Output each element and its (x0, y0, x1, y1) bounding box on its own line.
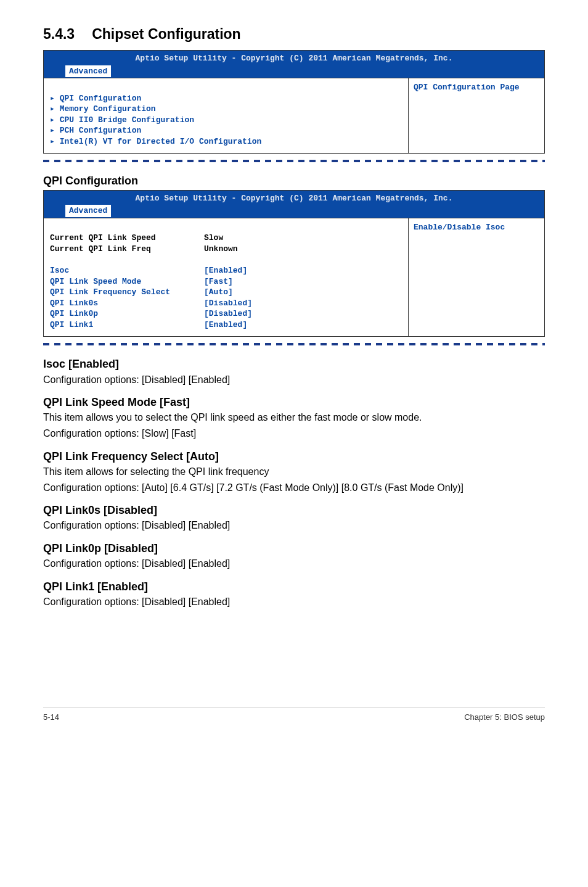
bios-panel-qpi: Aptio Setup Utility - Copyright (C) 2011… (43, 190, 545, 346)
text-freq-desc: This item allows for selecting the QPI l… (43, 465, 545, 479)
heading-link0s: QPI Link0s [Disabled] (43, 503, 545, 518)
menu-pch-configuration[interactable]: PCH Configuration (60, 126, 142, 135)
text-link0p-options: Configuration options: [Disabled] [Enabl… (43, 557, 545, 571)
heading-isoc: Isoc [Enabled] (43, 357, 545, 371)
block-link-freq-select: QPI Link Frequency Select [Auto] This it… (43, 449, 545, 494)
section-title: 5.4.3Chipset Configuration (43, 25, 545, 44)
page-footer: 5-14 Chapter 5: BIOS setup (43, 708, 545, 723)
value-current-freq: Unknown (204, 244, 284, 255)
section-name: Chipset Configuration (92, 26, 240, 42)
value-link1[interactable]: [Enabled] (204, 320, 284, 331)
bios-help-text: QPI Configuration Page (409, 78, 544, 153)
value-link-speed-mode[interactable]: [Fast] (204, 276, 284, 287)
option-link0s[interactable]: QPI Link0s (50, 298, 204, 309)
bios-title: Aptio Setup Utility - Copyright (C) 2011… (44, 192, 544, 204)
chevron-right-icon: ▸ (50, 126, 60, 135)
truncation-indicator (43, 343, 545, 345)
text-link1-options: Configuration options: [Disabled] [Enabl… (43, 595, 545, 609)
value-link0s[interactable]: [Disabled] (204, 298, 284, 309)
value-current-speed: Slow (204, 233, 284, 244)
option-isoc[interactable]: Isoc (50, 265, 204, 276)
bios-title: Aptio Setup Utility - Copyright (C) 2011… (44, 52, 544, 64)
tab-advanced[interactable]: Advanced (65, 204, 112, 217)
text-link0s-options: Configuration options: [Disabled] [Enabl… (43, 519, 545, 532)
menu-intel-vt-io[interactable]: Intel(R) VT for Directed I/O Configurati… (60, 137, 262, 146)
tab-advanced[interactable]: Advanced (65, 65, 112, 78)
block-link0s: QPI Link0s [Disabled] Configuration opti… (43, 503, 545, 532)
chapter-title: Chapter 5: BIOS setup (464, 712, 545, 723)
value-isoc[interactable]: [Enabled] (204, 265, 284, 276)
menu-qpi-configuration[interactable]: QPI Configuration (60, 94, 142, 103)
menu-memory-configuration[interactable]: Memory Configuration (60, 104, 156, 113)
bios-panel-chipset: Aptio Setup Utility - Copyright (C) 2011… (43, 50, 545, 162)
bios-help-text: Enable/Disable Isoc (409, 218, 544, 336)
text-speed-desc: This item allows you to select the QPI l… (43, 411, 545, 424)
option-link-freq-select[interactable]: QPI Link Frequency Select (50, 287, 204, 298)
section-number: 5.4.3 (43, 25, 75, 44)
option-link1[interactable]: QPI Link1 (50, 320, 204, 331)
truncation-indicator (43, 160, 545, 162)
heading-link-speed-mode: QPI Link Speed Mode [Fast] (43, 395, 545, 410)
chevron-right-icon: ▸ (50, 115, 60, 125)
block-isoc: Isoc [Enabled] Configuration options: [D… (43, 357, 545, 386)
page-number: 5-14 (43, 712, 59, 723)
option-link0p[interactable]: QPI Link0p (50, 308, 204, 320)
heading-link-freq-select: QPI Link Frequency Select [Auto] (43, 449, 545, 464)
heading-qpi-configuration: QPI Configuration (43, 173, 545, 188)
menu-cpu-iio-bridge[interactable]: CPU II0 Bridge Configuration (60, 115, 194, 125)
text-freq-options: Configuration options: [Auto] [6.4 GT/s]… (43, 481, 545, 495)
block-link-speed-mode: QPI Link Speed Mode [Fast] This item all… (43, 395, 545, 440)
chevron-right-icon: ▸ (50, 137, 60, 146)
text-speed-options: Configuration options: [Slow] [Fast] (43, 427, 545, 440)
option-link-speed-mode[interactable]: QPI Link Speed Mode (50, 276, 204, 287)
value-link0p[interactable]: [Disabled] (204, 308, 284, 320)
label-current-speed: Current QPI Link Speed (50, 233, 204, 244)
label-current-freq: Current QPI Link Freq (50, 244, 204, 255)
block-link0p: QPI Link0p [Disabled] Configuration opti… (43, 541, 545, 571)
heading-link1: QPI Link1 [Enabled] (43, 579, 545, 594)
heading-link0p: QPI Link0p [Disabled] (43, 541, 545, 556)
value-link-freq-select[interactable]: [Auto] (204, 287, 284, 298)
chevron-right-icon: ▸ (50, 104, 60, 113)
text-isoc-options: Configuration options: [Disabled] [Enabl… (43, 373, 545, 387)
block-link1: QPI Link1 [Enabled] Configuration option… (43, 579, 545, 609)
chevron-right-icon: ▸ (50, 94, 60, 103)
